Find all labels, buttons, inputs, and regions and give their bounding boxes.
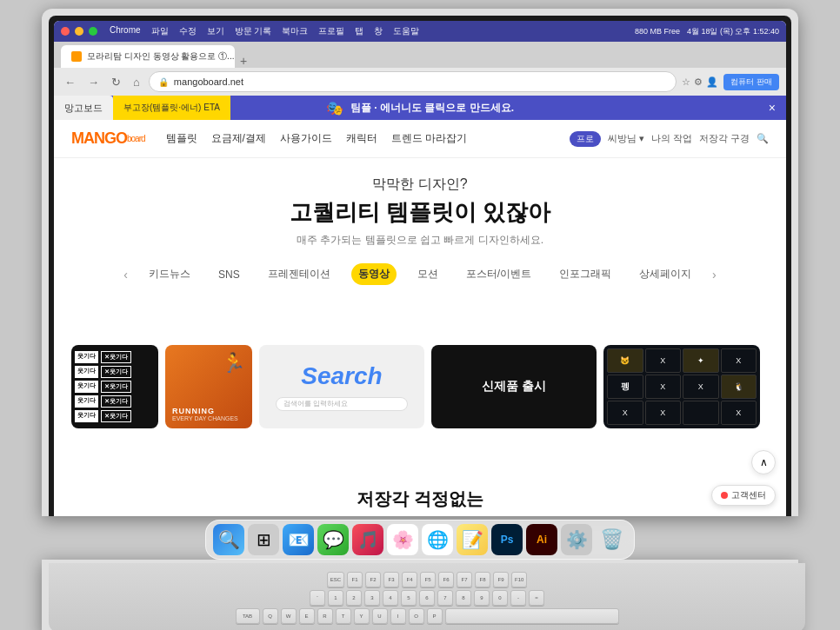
key-w[interactable]: W	[281, 608, 297, 624]
key-space[interactable]	[445, 608, 619, 624]
pro-badge[interactable]: 프로	[570, 131, 601, 147]
nav-pricing[interactable]: 요금제/결제	[211, 131, 266, 146]
address-bar[interactable]: 🔒 mangoboard.net	[149, 71, 677, 92]
promo-tab-obituary[interactable]: 부고장(템플릿·에너) ETA	[113, 96, 230, 120]
key-7[interactable]: 7	[437, 590, 453, 606]
key-f9[interactable]: F9	[493, 572, 509, 587]
key-2[interactable]: 2	[346, 590, 362, 606]
menu-history[interactable]: 방문 기록	[235, 25, 272, 37]
key-f8[interactable]: F8	[475, 572, 490, 587]
key-e[interactable]: E	[299, 608, 315, 624]
refresh-button[interactable]: ↻	[108, 74, 124, 90]
key-f4[interactable]: F4	[402, 572, 417, 587]
key-1[interactable]: 1	[328, 590, 343, 606]
menu-window[interactable]: 창	[374, 25, 383, 37]
dock-icon-launchpad[interactable]: ⊞	[248, 524, 279, 555]
cat-tab-detail[interactable]: 상세페이지	[632, 263, 698, 285]
key-f10[interactable]: F10	[511, 572, 527, 587]
user-menu[interactable]: 씨방님 ▾	[608, 132, 644, 145]
key-5[interactable]: 5	[401, 590, 417, 606]
extension-icon[interactable]: ⚙	[694, 76, 703, 88]
key-f7[interactable]: F7	[457, 572, 472, 587]
cat-tab-infographic[interactable]: 인포그래픽	[552, 263, 618, 285]
key-q[interactable]: Q	[263, 608, 278, 624]
cat-prev-button[interactable]: ‹	[123, 268, 128, 282]
key-r[interactable]: R	[317, 608, 333, 624]
key-3[interactable]: 3	[364, 590, 380, 606]
back-button[interactable]: ←	[61, 74, 79, 90]
template-card-running[interactable]: 🏃 RUNNING EVERY DAY CHANGES	[165, 345, 252, 428]
key-f6[interactable]: F6	[438, 572, 454, 587]
dock-icon-chrome[interactable]: 🌐	[422, 524, 453, 555]
menu-tab[interactable]: 탭	[355, 25, 363, 37]
traffic-light-green[interactable]	[89, 27, 97, 36]
key-4[interactable]: 4	[383, 590, 398, 606]
nav-templates[interactable]: 템플릿	[166, 131, 197, 146]
key-6[interactable]: 6	[419, 590, 435, 606]
key-tab[interactable]: TAB	[236, 608, 260, 624]
key-0[interactable]: 0	[492, 590, 508, 606]
browser-tab-active[interactable]: 모라리탐 디자인 동영상 활용으로 ①... ×	[61, 45, 235, 68]
key-p[interactable]: P	[427, 608, 443, 624]
key-t[interactable]: T	[336, 608, 351, 624]
dock-icon-messages[interactable]: 💬	[317, 524, 349, 555]
key-y[interactable]: Y	[354, 608, 370, 624]
saved-link[interactable]: 저장각 구경	[699, 132, 750, 145]
bookmark-star-icon[interactable]: ☆	[682, 76, 690, 88]
key-o[interactable]: O	[409, 608, 424, 624]
template-card-newproduct[interactable]: 신제품 출시	[431, 345, 597, 428]
menu-chrome[interactable]: Chrome	[110, 25, 141, 37]
promo-close-button[interactable]: ×	[769, 101, 776, 115]
nav-guide[interactable]: 사용가이드	[280, 131, 332, 146]
menu-help[interactable]: 도움말	[393, 25, 419, 37]
menu-file[interactable]: 파일	[151, 25, 169, 37]
dock-icon-music[interactable]: 🎵	[352, 524, 383, 555]
template-card-repeat[interactable]: 웃기다 ✕웃기다 웃기다 ✕웃기다 웃기다 ✕웃기다	[71, 345, 158, 428]
new-tab-button[interactable]: +	[235, 54, 252, 68]
dock-icon-illustrator[interactable]: Ai	[526, 524, 557, 555]
profile-icon[interactable]: 👤	[706, 76, 718, 88]
dock-icon-notes[interactable]: 📝	[457, 524, 488, 555]
dock-icon-settings[interactable]: ⚙️	[561, 524, 592, 555]
site-logo[interactable]: MANGO board	[71, 129, 145, 148]
menu-view[interactable]: 보기	[207, 25, 224, 37]
cat-tab-video[interactable]: 동영상	[351, 263, 397, 285]
dock-icon-mail[interactable]: 📧	[283, 524, 314, 555]
traffic-light-yellow[interactable]	[75, 27, 83, 36]
home-button[interactable]: ⌂	[130, 74, 143, 90]
cat-next-button[interactable]: ›	[712, 268, 717, 282]
search-icon[interactable]: 🔍	[757, 133, 769, 144]
cs-button[interactable]: 고객센터	[711, 485, 776, 506]
key-9[interactable]: 9	[474, 590, 490, 606]
cat-tab-presentation[interactable]: 프레젠테이션	[261, 263, 337, 285]
cat-tab-motion[interactable]: 모션	[410, 263, 445, 285]
template-card-search[interactable]: Search 검색어를 입력하세요	[259, 345, 424, 428]
action-button[interactable]: 컴퓨터 판매	[723, 74, 779, 90]
menu-profile[interactable]: 프로필	[318, 25, 344, 37]
forward-button[interactable]: →	[84, 74, 103, 90]
menu-bookmark[interactable]: 북마크	[282, 25, 308, 37]
dock-icon-trash[interactable]: 🗑️	[596, 524, 627, 555]
key-esc[interactable]: ESC	[327, 572, 344, 587]
dock-icon-photoshop[interactable]: Ps	[491, 524, 523, 555]
key-minus[interactable]: -	[510, 590, 526, 606]
promo-tab-mangoboard[interactable]: 망고보드	[54, 96, 113, 120]
key-f2[interactable]: F2	[365, 572, 381, 587]
key-i[interactable]: I	[390, 608, 406, 624]
dock-icon-finder[interactable]: 🔍	[213, 524, 244, 555]
cat-tab-sns[interactable]: SNS	[211, 265, 247, 284]
my-work-link[interactable]: 나의 작업	[651, 132, 692, 145]
traffic-light-red[interactable]	[61, 27, 70, 36]
nav-character[interactable]: 캐릭터	[346, 131, 377, 146]
key-f3[interactable]: F3	[383, 572, 399, 587]
key-8[interactable]: 8	[456, 590, 471, 606]
cat-tab-kidsnews[interactable]: 키드뉴스	[142, 263, 197, 285]
menu-edit[interactable]: 수정	[179, 25, 197, 37]
key-f1[interactable]: F1	[347, 572, 363, 587]
nav-trends[interactable]: 트렌드 마라잡기	[391, 131, 467, 146]
key-tilde[interactable]: `	[310, 590, 325, 606]
key-equals[interactable]: =	[529, 590, 544, 606]
cat-tab-poster[interactable]: 포스터/이벤트	[459, 263, 538, 285]
template-card-game[interactable]: 🐱 X ✦ X 펭 X X 🐧 X X X	[603, 345, 760, 428]
key-f5[interactable]: F5	[420, 572, 436, 587]
